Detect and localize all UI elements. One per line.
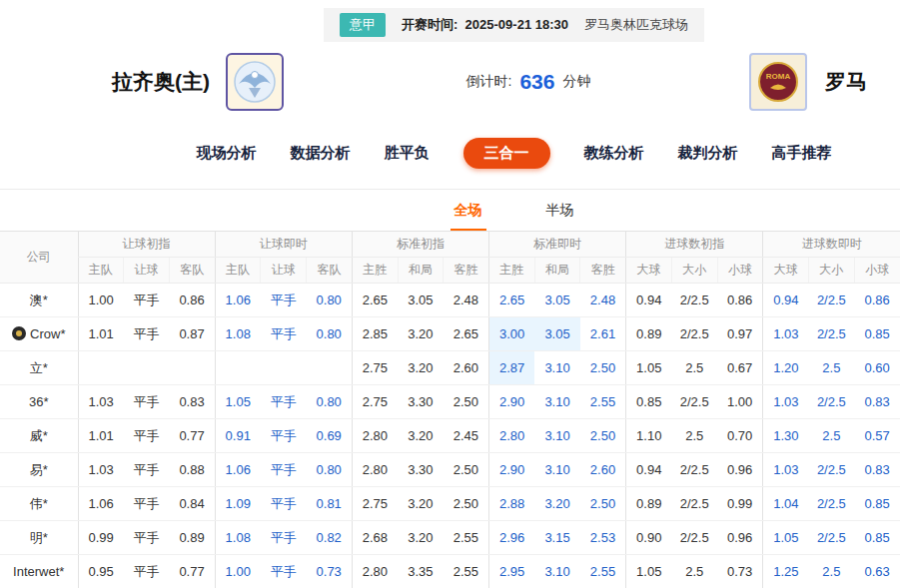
sub-header: 主队 bbox=[215, 258, 261, 284]
odds-cell: 3.05 bbox=[398, 284, 444, 317]
subtab-full-match[interactable]: 全场 bbox=[450, 202, 486, 231]
odds-cell: 2.5 bbox=[809, 351, 855, 385]
odds-cell: 2.55 bbox=[444, 555, 489, 588]
odds-cell: 0.70 bbox=[717, 419, 763, 453]
odds-cell: 0.83 bbox=[854, 385, 900, 419]
odds-cell: 平手 bbox=[261, 419, 307, 453]
tab-expert-picks[interactable]: 高手推荐 bbox=[772, 144, 832, 163]
odds-cell: 0.89 bbox=[626, 487, 672, 521]
tab-win-draw-loss[interactable]: 胜平负 bbox=[385, 144, 430, 163]
odds-cell: 1.05 bbox=[626, 351, 672, 385]
odds-cell: 3.10 bbox=[534, 385, 580, 419]
odds-cell: 平手 bbox=[124, 317, 170, 351]
odds-cell: 2.61 bbox=[580, 317, 626, 351]
odds-cell: 0.95 bbox=[78, 555, 124, 588]
odds-cell: 0.77 bbox=[169, 419, 215, 453]
odds-cell: 2/2.5 bbox=[809, 521, 855, 555]
sub-header: 让球 bbox=[261, 258, 307, 284]
tab-data-analysis[interactable]: 数据分析 bbox=[291, 144, 351, 163]
odds-cell: 2.50 bbox=[444, 385, 489, 419]
odds-cell: 2.90 bbox=[488, 453, 534, 487]
company-cell[interactable]: 易* bbox=[0, 453, 78, 487]
odds-cell: 1.06 bbox=[78, 487, 124, 521]
sub-header: 大小 bbox=[809, 258, 855, 284]
sub-header: 和局 bbox=[398, 258, 444, 284]
odds-cell: 平手 bbox=[261, 487, 307, 521]
odds-cell: 0.99 bbox=[717, 487, 763, 521]
group-header: 进球数初指 bbox=[626, 232, 763, 258]
odds-cell: 平手 bbox=[261, 284, 307, 317]
company-cell[interactable]: Crow* bbox=[0, 317, 78, 351]
odds-cell: 1.03 bbox=[763, 453, 809, 487]
odds-cell: 2.60 bbox=[580, 453, 626, 487]
company-cell[interactable]: 威* bbox=[0, 419, 78, 453]
company-name: 澳* bbox=[30, 293, 48, 307]
odds-cell: 0.57 bbox=[854, 419, 900, 453]
odds-cell: 0.99 bbox=[78, 521, 124, 555]
odds-cell: 1.00 bbox=[215, 555, 261, 588]
company-cell[interactable]: 立* bbox=[0, 351, 78, 385]
tab-referee-analysis[interactable]: 裁判分析 bbox=[678, 144, 738, 163]
sub-header: 大球 bbox=[763, 258, 809, 284]
subtab-half-match[interactable]: 半场 bbox=[542, 202, 578, 231]
odds-cell: 平手 bbox=[261, 555, 307, 588]
league-badge[interactable]: 意甲 bbox=[340, 13, 386, 37]
odds-cell: 2.48 bbox=[444, 284, 489, 317]
odds-cell: 2.80 bbox=[488, 419, 534, 453]
odds-cell: 3.20 bbox=[398, 317, 444, 351]
odds-cell: 2.55 bbox=[580, 555, 626, 588]
odds-cell: 2.80 bbox=[352, 419, 398, 453]
odds-cell: 0.82 bbox=[307, 521, 353, 555]
table-row: Interwet*0.95平手0.771.00平手0.732.803.352.5… bbox=[0, 555, 900, 588]
odds-cell bbox=[124, 351, 170, 385]
company-cell[interactable]: Interwet* bbox=[0, 555, 78, 588]
odds-cell: 2/2.5 bbox=[671, 487, 717, 521]
odds-cell: 2.75 bbox=[352, 487, 398, 521]
odds-cell: 0.87 bbox=[169, 317, 215, 351]
tab-three-in-one[interactable]: 三合一 bbox=[463, 138, 550, 169]
odds-cell: 2.50 bbox=[580, 487, 626, 521]
company-name: 立* bbox=[30, 360, 48, 375]
tab-live-analysis[interactable]: 现场分析 bbox=[197, 144, 257, 163]
odds-cell: 0.86 bbox=[169, 284, 215, 317]
odds-cell: 3.10 bbox=[534, 351, 580, 385]
table-row: 明*0.99平手0.891.08平手0.822.683.202.552.963.… bbox=[0, 521, 900, 555]
company-cell[interactable]: 澳* bbox=[0, 284, 78, 317]
odds-cell: 0.89 bbox=[169, 521, 215, 555]
away-team-logo: ROMA bbox=[749, 53, 807, 111]
odds-cell: 0.81 bbox=[307, 487, 353, 521]
group-header: 标准初指 bbox=[352, 232, 488, 258]
company-column-header: 公司 bbox=[0, 232, 78, 284]
company-cell[interactable]: 明* bbox=[0, 521, 78, 555]
odds-cell: 0.85 bbox=[854, 521, 900, 555]
venue-name: 罗马奥林匹克球场 bbox=[584, 16, 688, 34]
odds-cell: 0.77 bbox=[169, 555, 215, 588]
odds-cell: 2/2.5 bbox=[671, 385, 717, 419]
odds-cell: 2/2.5 bbox=[809, 317, 855, 351]
tab-coach-analysis[interactable]: 教练分析 bbox=[584, 144, 644, 163]
odds-cell: 平手 bbox=[124, 284, 170, 317]
odds-cell: 1.06 bbox=[215, 284, 261, 317]
odds-cell: 2/2.5 bbox=[809, 487, 855, 521]
odds-cell: 2.65 bbox=[488, 284, 534, 317]
odds-cell: 0.91 bbox=[215, 419, 261, 453]
table-row: Crow*1.01平手0.871.08平手0.802.853.202.653.0… bbox=[0, 317, 900, 351]
countdown-unit: 分钟 bbox=[562, 73, 590, 91]
odds-cell: 0.85 bbox=[854, 317, 900, 351]
home-team-name: 拉齐奥(主) bbox=[112, 68, 210, 96]
odds-cell: 3.35 bbox=[398, 555, 444, 588]
odds-cell: 3.30 bbox=[398, 385, 444, 419]
sub-header: 客队 bbox=[169, 258, 215, 284]
odds-cell: 2.65 bbox=[444, 317, 489, 351]
sub-header: 主队 bbox=[78, 258, 124, 284]
company-cell[interactable]: 伟* bbox=[0, 487, 78, 521]
table-row: 澳*1.00平手0.861.06平手0.802.653.052.482.653.… bbox=[0, 284, 900, 317]
odds-cell: 2.96 bbox=[488, 521, 534, 555]
company-name: Crow* bbox=[30, 326, 65, 341]
sub-header: 小球 bbox=[854, 258, 900, 284]
company-cell[interactable]: 36* bbox=[0, 385, 78, 419]
odds-cell: 0.85 bbox=[626, 385, 672, 419]
home-team-logo bbox=[226, 53, 284, 111]
odds-cell: 2.50 bbox=[580, 351, 626, 385]
odds-cell: 0.84 bbox=[169, 487, 215, 521]
